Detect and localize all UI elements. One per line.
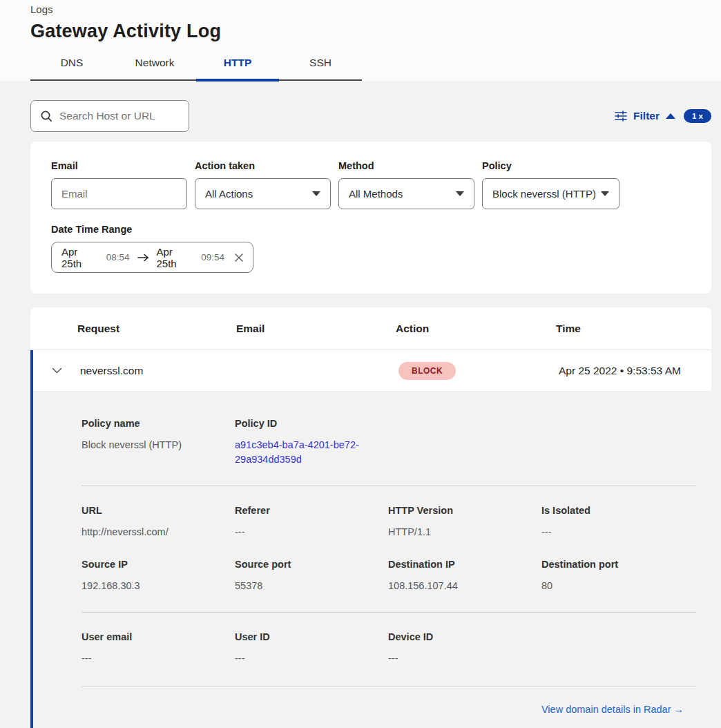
search-icon [40, 110, 52, 122]
table-row[interactable]: neverssl.com BLOCK Apr 25 2022 • 9:53:53… [33, 350, 711, 392]
source-port-label: Source port [235, 559, 388, 570]
destination-port-cell: Destination port 80 [541, 559, 696, 593]
referer-label: Referer [235, 505, 388, 516]
device-id-label: Device ID [388, 631, 541, 642]
filter-label: Filter [633, 110, 660, 122]
policy-field-label: Policy [482, 160, 619, 171]
filter-field-policy: Policy Block neverssl (HTTP) [482, 160, 619, 209]
filter-field-row: Email Action taken All Actions Method Al… [51, 160, 691, 209]
user-id-cell: User ID --- [235, 631, 388, 666]
row-request: neverssl.com [80, 365, 239, 377]
user-email-cell: User email --- [81, 631, 235, 666]
row-action: BLOCK [398, 362, 559, 380]
date-range-picker[interactable]: Apr 25th 08:54 Apr 25th 09:54 [51, 242, 253, 273]
network-section: Source IP 192.168.30.3 Source port 55378… [81, 539, 696, 613]
method-field-label: Method [338, 160, 474, 171]
date-range-section: Date Time Range Apr 25th 08:54 Apr 25th … [51, 224, 691, 273]
tab-http[interactable]: HTTP [196, 57, 279, 79]
breadcrumb[interactable]: Logs [30, 3, 711, 15]
policy-name-label: Policy name [81, 418, 235, 429]
url-cell: URL http://neverssl.com/ [81, 505, 235, 539]
clear-date-range-icon[interactable] [235, 253, 243, 262]
filter-toggle-button[interactable]: Filter 1 x [615, 109, 711, 123]
start-date: Apr 25th [61, 246, 99, 269]
is-isolated-cell: Is Isolated --- [541, 505, 696, 539]
filter-sliders-icon [615, 111, 627, 122]
start-time: 08:54 [106, 252, 130, 262]
device-id-cell: Device ID --- [388, 631, 541, 666]
is-isolated-label: Is Isolated [541, 505, 696, 516]
method-select-value: All Methods [349, 188, 403, 200]
filter-panel: Email Action taken All Actions Method Al… [30, 142, 711, 294]
source-ip-value: 192.168.30.3 [81, 579, 235, 593]
is-isolated-value: --- [541, 525, 696, 539]
user-section: User email --- User ID --- Device ID --- [81, 613, 696, 687]
destination-ip-label: Destination IP [388, 559, 541, 570]
filter-field-email: Email [51, 160, 187, 209]
tab-network[interactable]: Network [113, 57, 196, 79]
radar-link[interactable]: View domain details in Radar → [541, 704, 684, 715]
policy-select[interactable]: Block neverssl (HTTP) [482, 178, 619, 209]
user-email-label: User email [81, 631, 235, 642]
date-range-label: Date Time Range [51, 224, 691, 235]
http-version-value: HTTP/1.1 [388, 525, 541, 539]
tab-dns[interactable]: DNS [30, 57, 113, 79]
http-version-label: HTTP Version [388, 505, 541, 516]
row-time: Apr 25 2022 • 9:53:53 AM [559, 365, 711, 377]
log-table: Request Email Action Time neverssl.com B… [30, 307, 711, 728]
policy-id-link[interactable]: a91c3eb4-ba7a-4201-be72-29a934dd359d [235, 438, 367, 467]
policy-name-cell: Policy name Block neverssl (HTTP) [81, 418, 235, 467]
collapse-arrow-icon [666, 113, 675, 119]
source-port-cell: Source port 55378 [235, 559, 388, 593]
source-ip-label: Source IP [81, 559, 235, 570]
search-input[interactable] [59, 110, 180, 122]
destination-ip-value: 108.156.107.44 [388, 579, 541, 593]
referer-value: --- [235, 525, 388, 539]
source-ip-cell: Source IP 192.168.30.3 [81, 559, 235, 593]
page-title: Gateway Activity Log [30, 21, 711, 42]
filter-field-action: Action taken All Actions [195, 160, 331, 209]
tab-bar: DNS Network HTTP SSH [30, 57, 362, 81]
referer-cell: Referer --- [235, 505, 388, 539]
header-time: Time [556, 323, 711, 335]
row-details-panel: Policy name Block neverssl (HTTP) Policy… [33, 392, 711, 728]
header-email: Email [236, 323, 396, 335]
url-value: http://neverssl.com/ [81, 525, 235, 539]
destination-port-label: Destination port [541, 559, 696, 570]
user-email-value: --- [81, 651, 235, 666]
search-box [30, 100, 189, 132]
destination-ip-cell: Destination IP 108.156.107.44 [388, 559, 541, 593]
range-arrow-icon [137, 253, 149, 262]
user-id-label: User ID [235, 631, 388, 642]
row-expand-chevron-icon[interactable] [33, 367, 80, 374]
chevron-down-icon [601, 191, 609, 196]
active-tab-underline [196, 79, 279, 82]
filter-field-method: Method All Methods [338, 160, 474, 209]
policy-id-label: Policy ID [235, 418, 388, 429]
header-action: Action [396, 323, 556, 335]
http-version-cell: HTTP Version HTTP/1.1 [388, 505, 541, 539]
radar-link-row: View domain details in Radar → [81, 687, 696, 728]
destination-port-value: 80 [541, 579, 696, 593]
source-port-value: 55378 [235, 579, 388, 593]
expanded-row-group: neverssl.com BLOCK Apr 25 2022 • 9:53:53… [30, 350, 711, 728]
url-section: URL http://neverssl.com/ Referer --- HTT… [81, 486, 696, 539]
end-time: 09:54 [201, 252, 224, 262]
filter-count-badge[interactable]: 1 x [684, 109, 711, 123]
tab-ssh[interactable]: SSH [279, 57, 362, 79]
policy-id-cell: Policy ID a91c3eb4-ba7a-4201-be72-29a934… [235, 418, 388, 467]
header-request: Request [77, 323, 236, 335]
action-select[interactable]: All Actions [195, 178, 331, 209]
email-input[interactable] [51, 178, 187, 209]
policy-select-value: Block neverssl (HTTP) [492, 188, 596, 200]
email-field-label: Email [51, 160, 187, 171]
url-label: URL [81, 505, 235, 516]
chevron-down-icon [312, 191, 320, 196]
device-id-value: --- [388, 651, 541, 666]
policy-section: Policy name Block neverssl (HTTP) Policy… [81, 392, 696, 486]
action-select-value: All Actions [205, 188, 253, 200]
table-header-row: Request Email Action Time [30, 307, 711, 350]
user-id-value: --- [235, 651, 388, 666]
policy-name-value: Block neverssl (HTTP) [81, 438, 235, 452]
method-select[interactable]: All Methods [338, 178, 474, 209]
